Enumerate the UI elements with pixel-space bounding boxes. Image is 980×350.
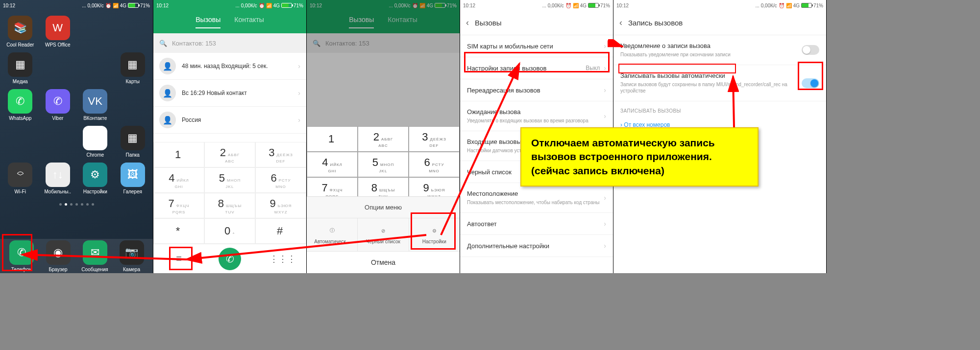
chevron-right-icon: › xyxy=(604,64,606,72)
dialpad-key-0[interactable]: 0+ xyxy=(204,218,255,244)
app-Папка[interactable]: ▦Папка xyxy=(116,126,150,158)
search-placeholder: Контактов: 153 xyxy=(172,40,216,47)
dock: ✆Телефон◉Браузер✉Сообщения📷Камера xyxy=(0,239,153,273)
chevron-right-icon: › xyxy=(604,194,606,202)
app-WPS Office[interactable]: WWPS Office xyxy=(41,16,75,47)
back-button[interactable]: ‹ xyxy=(466,18,469,28)
app-Viber[interactable]: ✆Viber xyxy=(41,89,75,121)
settings-header: ‹ Вызовы xyxy=(460,11,613,35)
setting-item[interactable]: Переадресация вызовов› xyxy=(460,79,613,101)
chevron-right-icon: › xyxy=(298,116,300,124)
chevron-right-icon: › xyxy=(298,89,300,97)
page-title: Запись вызовов xyxy=(628,19,683,27)
dialpad-key-6[interactable]: 6РСТУMNO xyxy=(409,152,460,177)
toggle-switch[interactable] xyxy=(802,78,819,88)
ip-icon: Ⓘ xyxy=(327,225,338,236)
home-screen: 10:12 ... 0,00К/с ⏰📶 4G 71% 📚Cool Reader… xyxy=(0,0,153,273)
call-log-item[interactable]: 👤Вс 16:29 Новый контакт› xyxy=(153,80,306,107)
back-button[interactable]: ‹ xyxy=(619,18,622,28)
dialpad-key-8[interactable]: 8ШЩЪЫTUV xyxy=(204,193,255,218)
setting-item[interactable]: МестоположениеПоказывать местоположение,… xyxy=(460,183,613,213)
options-title: Опции меню xyxy=(307,197,460,218)
dialpad-key-4[interactable]: 4ИЙКЛGHI xyxy=(307,152,358,177)
status-right: ... 0,00К/с ⏰📶 4G 71% xyxy=(82,3,150,8)
chevron-right-icon: › xyxy=(604,86,606,94)
menu-button[interactable]: ≡ xyxy=(168,253,190,264)
section-header: ЗАПИСЫВАТЬ ВЫЗОВЫ xyxy=(613,101,826,117)
setting-item[interactable]: SIM карты и мобильные сети› xyxy=(460,35,613,57)
page-title: Вызовы xyxy=(475,19,502,27)
dock-camera[interactable]: 📷Камера xyxy=(115,240,148,272)
app-Мобильны..[interactable]: ↑↓Мобильны.. xyxy=(41,163,75,194)
dialpad-key-3[interactable]: 3ДЕЁЖЗDEF xyxy=(409,126,460,152)
app-Настройки[interactable]: ⚙Настройки xyxy=(78,163,113,194)
dialpad-key-5[interactable]: 5МНОПJKL xyxy=(358,152,409,177)
app-Карты[interactable]: ▦Карты xyxy=(116,52,150,84)
app-Chrome[interactable]: ◉Chrome xyxy=(78,126,113,158)
phone-app-options: 10:12 ...0,00К/с⏰ 📶4G71% ВызовыКонтакты … xyxy=(307,0,460,273)
dialpad-key-6[interactable]: 6РСТУMNO xyxy=(255,167,306,193)
dialpad-key-4[interactable]: 4ИЙКЛGHI xyxy=(153,167,204,193)
dialpad-key-7[interactable]: 7ФХЦЧPQRS xyxy=(153,193,204,218)
dialpad-key-9[interactable]: 9ЬЭЮЯWXYZ xyxy=(255,193,306,218)
avatar-icon: 👤 xyxy=(159,58,176,74)
dialpad-key-2[interactable]: 2АБВГABC xyxy=(204,142,255,167)
chevron-right-icon: › xyxy=(604,112,606,120)
setting-item[interactable]: Уведомление о записи вызоваПоказывать ув… xyxy=(613,35,826,65)
dialpad-toggle[interactable]: ⋮⋮⋮ xyxy=(270,254,292,264)
chevron-right-icon: › xyxy=(604,242,606,250)
call-button[interactable]: ✆ xyxy=(219,248,241,270)
chevron-right-icon: › xyxy=(604,220,606,228)
chevron-right-icon: › xyxy=(298,62,300,70)
dialpad-key-#[interactable]: # xyxy=(255,218,306,244)
call-log-item[interactable]: 👤48 мин. назад Входящий: 5 сек.› xyxy=(153,53,306,80)
option-block[interactable]: ⊘Черный список xyxy=(358,218,409,251)
app-Галерея[interactable]: 🖼Галерея xyxy=(116,163,150,194)
setting-item[interactable]: Настройки записи вызововВыкл› xyxy=(460,57,613,79)
app-Медиа[interactable]: ▦Медиа xyxy=(3,52,38,84)
option-ip[interactable]: ⒾАвтоматическ... xyxy=(307,218,358,251)
app-WhatsApp[interactable]: ✆WhatsApp xyxy=(3,89,38,121)
call-log-item[interactable]: 👤Россия› xyxy=(153,107,306,134)
dialpad-key-1[interactable]: 1 xyxy=(153,142,204,167)
setting-item[interactable]: Ожидание вызоваУведомлять о входящих выз… xyxy=(460,101,613,131)
dock-messages[interactable]: ✉Сообщения xyxy=(78,240,112,272)
avatar-icon: 👤 xyxy=(159,85,176,101)
dialpad-key-2[interactable]: 2АБВГABC xyxy=(358,126,409,152)
phone-app-dialer: 10:12 ...0,00К/с⏰ 📶4G71% Вызовы Контакты… xyxy=(153,0,307,273)
dialpad-key-*[interactable]: * xyxy=(153,218,204,244)
phone-tabs: Вызовы Контакты xyxy=(153,11,306,28)
status-time: 10:12 xyxy=(3,3,15,8)
status-bar: 10:12 ...0,00К/с⏰ 📶4G71% xyxy=(153,0,306,11)
chevron-right-icon: › xyxy=(604,42,606,50)
block-icon: ⊘ xyxy=(378,225,389,236)
cancel-button[interactable]: Отмена xyxy=(307,251,460,273)
dialpad-key-3[interactable]: 3ДЕЁЖЗDEF xyxy=(255,142,306,167)
dock-browser[interactable]: ◉Браузер xyxy=(42,240,75,272)
app-ВКонтакте[interactable]: VKВКонтакте xyxy=(78,89,113,121)
dialpad-key-5[interactable]: 5МНОПJKL xyxy=(204,167,255,193)
search-icon: 🔍 xyxy=(159,40,167,47)
toggle-switch[interactable] xyxy=(802,45,819,55)
app-Cool Reader[interactable]: 📚Cool Reader xyxy=(3,16,38,47)
search-contacts[interactable]: 🔍 Контактов: 153 xyxy=(153,33,306,53)
option-gear[interactable]: ⚙Настройки xyxy=(409,218,460,251)
avatar-icon: 👤 xyxy=(159,112,176,128)
instruction-callout: Отключаем автоматическую запись вызовов … xyxy=(520,127,759,187)
dock-phone[interactable]: ✆Телефон xyxy=(5,240,38,272)
status-bar: 10:12 ... 0,00К/с ⏰📶 4G 71% xyxy=(0,0,153,11)
gear-icon: ⚙ xyxy=(429,225,440,236)
dialpad-key-1[interactable]: 1 xyxy=(307,126,358,152)
setting-item[interactable]: Записывать вызовы автоматическиЗаписи вы… xyxy=(613,65,826,101)
app-Wi-Fi[interactable]: ⌔Wi-Fi xyxy=(3,163,38,194)
dialpad: 12АБВГABC3ДЕЁЖЗDEF4ИЙКЛGHI5МНОПJKL6РСТУM… xyxy=(153,142,306,273)
setting-item[interactable]: Дополнительные настройки› xyxy=(460,235,613,257)
page-dots xyxy=(0,203,153,206)
options-menu-sheet: Опции меню ⒾАвтоматическ...⊘Черный списо… xyxy=(307,196,460,273)
setting-item[interactable]: Автоответ› xyxy=(460,213,613,235)
tab-contacts[interactable]: Контакты xyxy=(234,16,264,28)
tab-calls[interactable]: Вызовы xyxy=(196,16,220,28)
